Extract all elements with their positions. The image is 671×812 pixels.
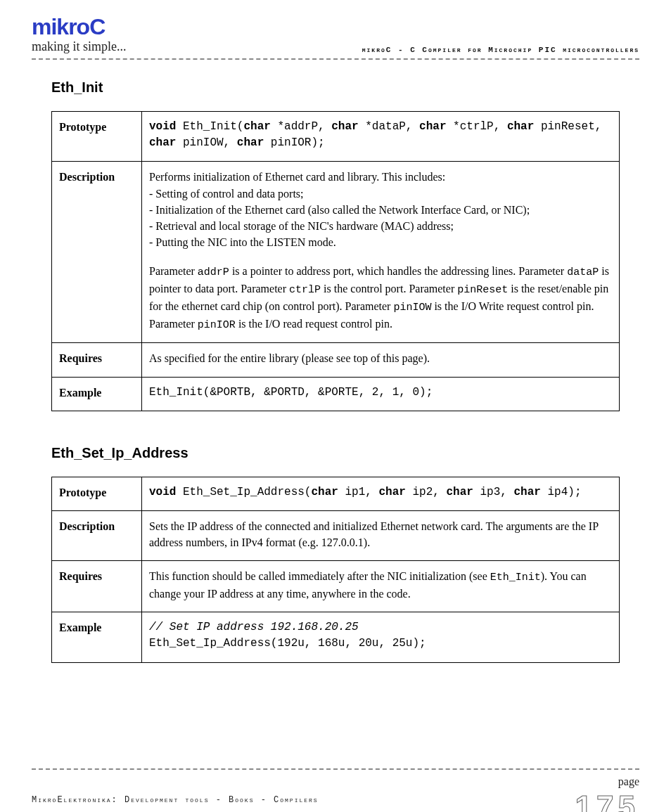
desc-bullet: - Initialization of the Ethernet card (a… bbox=[149, 204, 530, 216]
prototype-label: Prototype bbox=[52, 112, 142, 162]
description-body: Performs initialization of Ethernet card… bbox=[142, 162, 620, 343]
desc-bullet: - Putting the NIC into the LISTEN mode. bbox=[149, 236, 336, 248]
row-requires: Requires As specified for the entire lib… bbox=[52, 343, 620, 377]
function-table-eth-set-ip: Prototype void Eth_Set_Ip_Address(char i… bbox=[51, 477, 620, 663]
desc-bullet: - Retrieval and local storage of the NIC… bbox=[149, 220, 454, 232]
section-heading-eth-set-ip: Eth_Set_Ip_Address bbox=[51, 445, 620, 461]
example-code: // Set IP address 192.168.20.25Eth_Set_I… bbox=[142, 612, 620, 662]
example-code: Eth_Init(&PORTB, &PORTD, &PORTE, 2, 1, 0… bbox=[142, 377, 620, 411]
description-text: Sets the IP address of the connected and… bbox=[142, 510, 620, 560]
page-header: mikroC making it simple... mikroC - C Co… bbox=[32, 15, 639, 54]
desc-intro: Performs initialization of Ethernet card… bbox=[149, 171, 445, 183]
row-prototype: Prototype void Eth_Init(char *addrP, cha… bbox=[52, 112, 620, 162]
function-table-eth-init: Prototype void Eth_Init(char *addrP, cha… bbox=[51, 111, 620, 411]
section-heading-eth-init: Eth_Init bbox=[51, 79, 620, 96]
requires-label: Requires bbox=[52, 561, 142, 612]
page-footer: MikroElektronika: Development tools - Bo… bbox=[32, 775, 639, 812]
footer-left-text: MikroElektronika: Development tools - Bo… bbox=[32, 775, 319, 805]
requires-label: Requires bbox=[52, 343, 142, 377]
desc-bullet: - Setting of control and data ports; bbox=[149, 188, 304, 200]
row-example: Example // Set IP address 192.168.20.25E… bbox=[52, 612, 620, 662]
header-right-text: mikroC - C Compiler for Microchip PIC mi… bbox=[362, 46, 639, 54]
prototype-code: void Eth_Init(char *addrP, char *dataP, … bbox=[142, 112, 620, 162]
example-label: Example bbox=[52, 377, 142, 411]
description-para2: Parameter addrP is a pointer to address … bbox=[149, 263, 612, 333]
row-requires: Requires This function should be called … bbox=[52, 561, 620, 612]
requires-text: As specified for the entire library (ple… bbox=[142, 343, 620, 377]
logo-text: mikroC bbox=[32, 15, 127, 38]
footer-right: page 175 bbox=[575, 775, 639, 812]
page-number: 175 bbox=[575, 790, 639, 812]
description-label: Description bbox=[52, 510, 142, 560]
row-description: Description Sets the IP address of the c… bbox=[52, 510, 620, 560]
row-description: Description Performs initialization of E… bbox=[52, 162, 620, 343]
description-label: Description bbox=[52, 162, 142, 343]
header-divider bbox=[32, 58, 639, 60]
logo-block: mikroC making it simple... bbox=[32, 15, 127, 54]
prototype-label: Prototype bbox=[52, 477, 142, 510]
example-label: Example bbox=[52, 612, 142, 662]
footer-divider bbox=[32, 768, 639, 770]
logo-tagline: making it simple... bbox=[32, 39, 127, 54]
page-content: Eth_Init Prototype void Eth_Init(char *a… bbox=[32, 79, 639, 663]
description-para1: Performs initialization of Ethernet card… bbox=[149, 169, 612, 250]
prototype-code: void Eth_Set_Ip_Address(char ip1, char i… bbox=[142, 477, 620, 510]
page-label: page bbox=[575, 775, 639, 788]
row-prototype: Prototype void Eth_Set_Ip_Address(char i… bbox=[52, 477, 620, 510]
row-example: Example Eth_Init(&PORTB, &PORTD, &PORTE,… bbox=[52, 377, 620, 411]
requires-text: This function should be called immediate… bbox=[142, 561, 620, 612]
document-page: mikroC making it simple... mikroC - C Co… bbox=[0, 0, 671, 812]
